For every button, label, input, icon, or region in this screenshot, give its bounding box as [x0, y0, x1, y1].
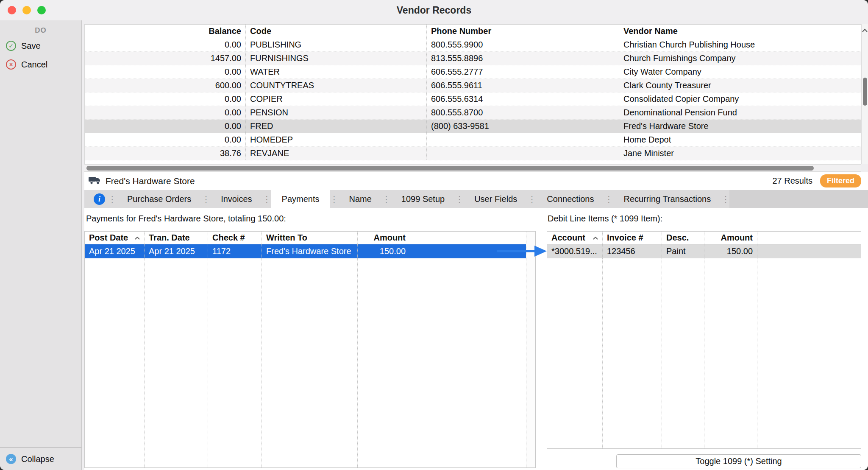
vendor-name-cell: Denominational Pension Fund — [619, 106, 861, 119]
results-count: 27 Results — [772, 176, 812, 186]
payments-content-pane: Payments for Fred's Hardware Store, tota… — [84, 208, 868, 470]
balance-column-header[interactable]: Balance — [85, 25, 246, 38]
sidebar: DO ✓ Save × Cancel « Collapse — [0, 20, 82, 470]
tab-purchase-orders[interactable]: Purchase Orders — [116, 190, 202, 208]
debit-table-header: Account Invoice # Desc. Amount — [547, 232, 861, 244]
traffic-lights — [8, 6, 46, 14]
amount-cell: 150.00 — [358, 244, 410, 258]
vertical-scrollbar-thumb[interactable] — [863, 78, 867, 106]
vendor-row[interactable]: 1457.00 FURNISHINGS 813.555.8896 Church … — [85, 52, 861, 65]
payments-table-scrollbar-gutter[interactable] — [526, 232, 535, 467]
save-button[interactable]: ✓ Save — [0, 38, 81, 53]
vendor-name-cell: Consolidated Copier Company — [619, 92, 861, 106]
collapse-button[interactable]: « Collapse — [0, 451, 54, 467]
tab-drag-handle-icon: ⋮ — [330, 190, 338, 208]
vendor-table-horizontal-scrollbar[interactable] — [84, 164, 861, 172]
tab-invoices[interactable]: Invoices — [210, 190, 263, 208]
phone-column-header[interactable]: Phone Number — [427, 25, 619, 38]
phone-cell: (800) 633-9581 — [427, 120, 619, 133]
info-icon[interactable]: i — [94, 193, 105, 205]
save-button-label: Save — [21, 41, 41, 51]
code-column-header[interactable]: Code — [246, 25, 427, 38]
titlebar: Vendor Records — [0, 0, 868, 20]
save-check-icon: ✓ — [6, 41, 16, 51]
vendor-row[interactable]: 38.76 REVJANE Jane Minister — [85, 147, 861, 160]
cancel-button[interactable]: × Cancel — [0, 57, 81, 72]
account-cell: *3000.519... — [547, 244, 603, 258]
debit-line-items-table: Account Invoice # Desc. Amount *3000.519… — [547, 231, 861, 449]
balance-cell: 1457.00 — [85, 52, 246, 65]
account-column-header[interactable]: Account — [547, 232, 603, 244]
tab-drag-handle-icon: ⋮ — [263, 190, 271, 208]
filtered-badge[interactable]: Filtered — [820, 174, 861, 187]
sort-asc-icon — [593, 236, 598, 240]
phone-cell — [427, 147, 619, 160]
sidebar-section-label: DO — [0, 26, 81, 35]
invoice-cell: 123456 — [603, 244, 662, 258]
collapse-chevron-icon: « — [6, 454, 16, 464]
desc-column-header[interactable]: Desc. — [662, 232, 704, 244]
payment-to-debit-arrow-icon — [497, 244, 548, 260]
amount-column-header[interactable]: Amount — [358, 232, 410, 244]
vendor-name-cell: Clark County Treasurer — [619, 79, 861, 92]
balance-cell: 0.00 — [85, 92, 246, 106]
tab-bar: i ⋮ Purchase Orders ⋮ Invoices ⋮ Payment… — [84, 190, 868, 208]
debit-table-empty-area — [547, 258, 861, 448]
vendor-row[interactable]: 0.00 PENSION 800.555.8700 Denominational… — [85, 106, 861, 120]
toggle-1099-setting-button[interactable]: Toggle 1099 (*) Setting — [616, 454, 861, 468]
written-to-column-header[interactable]: Written To — [262, 232, 358, 244]
payments-table-empty-area — [85, 258, 526, 467]
debit-row-selected[interactable]: *3000.519... 123456 Paint 150.00 — [547, 244, 861, 258]
tran-date-column-header[interactable]: Tran. Date — [145, 232, 208, 244]
tab-user-fields[interactable]: User Fields — [463, 190, 528, 208]
vendor-row-selected[interactable]: 0.00 FRED (800) 633-9581 Fred's Hardware… — [85, 120, 861, 133]
vendor-name-cell: Christian Church Publishing House — [619, 38, 861, 51]
vendor-name-cell: City Water Company — [619, 65, 861, 78]
tab-drag-handle-icon: ⋮ — [722, 190, 729, 208]
column-label: Post Date — [89, 232, 128, 244]
vendor-row[interactable]: 0.00 WATER 606.555.2777 City Water Compa… — [85, 65, 861, 79]
vendor-row[interactable]: 0.00 COPIER 606.555.6314 Consolidated Co… — [85, 92, 861, 106]
tab-drag-handle-icon: ⋮ — [383, 190, 390, 208]
scroll-up-icon[interactable] — [862, 26, 868, 34]
tab-connections[interactable]: Connections — [536, 190, 605, 208]
minimize-window-button[interactable] — [22, 6, 31, 14]
tab-name[interactable]: Name — [338, 190, 382, 208]
phone-cell — [427, 133, 619, 146]
tab-1099-setup[interactable]: 1099 Setup — [390, 190, 456, 208]
code-cell: PUBLISHING — [246, 38, 427, 51]
tab-bar-filler — [729, 190, 868, 208]
balance-cell: 600.00 — [85, 79, 246, 92]
sort-asc-icon — [135, 236, 140, 240]
balance-cell: 0.00 — [85, 65, 246, 78]
vendor-row[interactable]: 0.00 PUBLISHING 800.555.9900 Christian C… — [85, 38, 861, 52]
vendor-name-column-header[interactable]: Vendor Name — [619, 25, 861, 38]
selected-vendor-bar: Fred's Hardware Store 27 Results Filtere… — [84, 172, 868, 190]
tab-recurring-transactions[interactable]: Recurring Transactions — [613, 190, 722, 208]
vendor-row[interactable]: 0.00 HOMEDEP Home Depot — [85, 133, 861, 147]
payment-row-selected[interactable]: Apr 21 2025 Apr 21 2025 1172 Fred's Hard… — [85, 244, 526, 258]
vendor-row[interactable]: 600.00 COUNTYTREAS 606.555.9611 Clark Co… — [85, 79, 861, 92]
check-number-cell: 1172 — [208, 244, 262, 258]
code-cell: HOMEDEP — [246, 133, 427, 146]
vendor-table-vertical-scrollbar[interactable] — [861, 24, 868, 164]
check-number-column-header[interactable]: Check # — [208, 232, 262, 244]
horizontal-scrollbar-thumb[interactable] — [86, 166, 814, 171]
invoice-column-header[interactable]: Invoice # — [603, 232, 662, 244]
tab-drag-handle-icon: ⋮ — [202, 190, 210, 208]
vendor-table-header: Balance Code Phone Number Vendor Name — [85, 25, 861, 38]
empty-cell — [757, 244, 861, 258]
code-cell: WATER — [246, 65, 427, 78]
zoom-window-button[interactable] — [37, 6, 46, 14]
phone-cell: 800.555.9900 — [427, 38, 619, 51]
code-cell: PENSION — [246, 106, 427, 119]
vendor-table: Balance Code Phone Number Vendor Name 0.… — [84, 24, 861, 164]
close-window-button[interactable] — [8, 6, 16, 14]
amount-column-header[interactable]: Amount — [704, 232, 757, 244]
balance-cell: 0.00 — [85, 106, 246, 119]
tab-payments[interactable]: Payments — [271, 190, 331, 208]
post-date-column-header[interactable]: Post Date — [85, 232, 145, 244]
phone-cell: 606.555.2777 — [427, 65, 619, 78]
amount-cell: 150.00 — [704, 244, 757, 258]
payments-summary-label: Payments for Fred's Hardware Store, tota… — [86, 214, 286, 224]
